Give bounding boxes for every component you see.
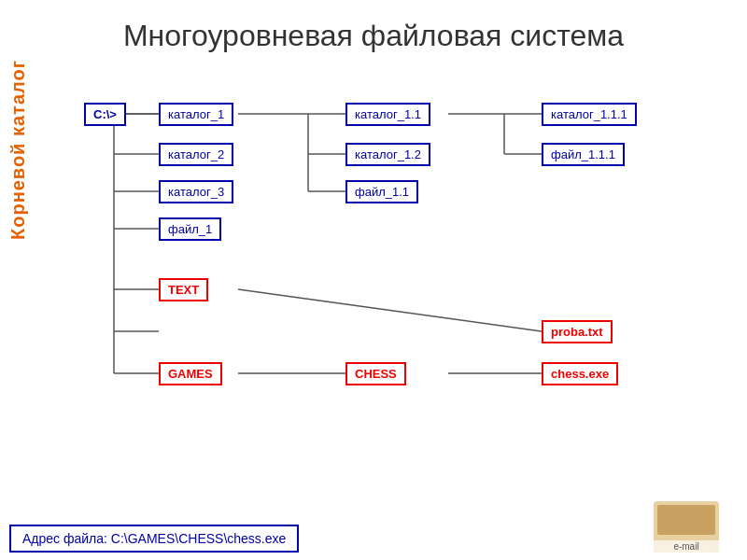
- sidebar-label: Корневой каталог: [7, 47, 28, 252]
- node-root: C:\>: [84, 103, 126, 126]
- svg-line-20: [238, 289, 542, 331]
- node-catalog12: каталог_1.2: [345, 143, 430, 166]
- node-file1: файл_1: [159, 217, 221, 241]
- node-catalog3: каталог_3: [159, 180, 233, 203]
- node-catalog1: каталог_1: [159, 103, 233, 126]
- node-catalog111: каталог_1.1.1: [542, 103, 637, 126]
- page-title: Многоуровневая файловая система: [0, 0, 747, 63]
- node-file111: файл_1.1.1: [542, 143, 625, 166]
- email-label: e-mail: [654, 540, 719, 553]
- node-file11: файл_1.1: [345, 180, 418, 203]
- address-bar: Адрес файла: C:\GAMES\CHESS\chess.exe: [9, 525, 299, 553]
- node-catalog11: каталог_1.1: [345, 103, 430, 126]
- node-probatxt: proba.txt: [542, 320, 613, 343]
- diagram-area: C:\> каталог_1 каталог_2 каталог_3 файл_…: [56, 103, 738, 504]
- node-games: GAMES: [159, 362, 222, 385]
- email-icon: e-mail: [654, 501, 719, 553]
- node-text: TEXT: [159, 278, 208, 301]
- node-catalog2: каталог_2: [159, 143, 233, 166]
- node-chess: CHESS: [345, 362, 406, 385]
- node-chessexe: chess.exe: [542, 362, 618, 385]
